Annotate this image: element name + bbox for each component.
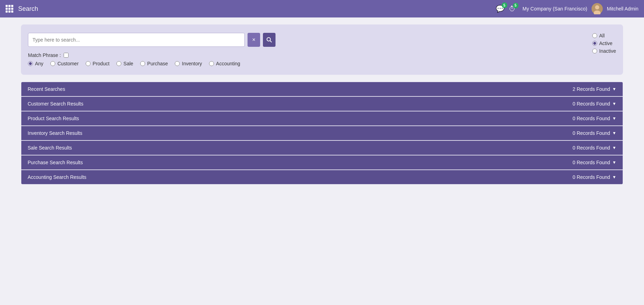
category-accounting[interactable]: Accounting	[209, 61, 240, 66]
messages-icon-wrapper[interactable]: 💬 5	[496, 5, 505, 13]
result-row-purchase[interactable]: Purchase Search Results 0 Records Found …	[21, 155, 623, 170]
result-count-recent: 2 Records Found ▼	[573, 86, 616, 92]
result-row-accounting[interactable]: Accounting Search Results 0 Records Foun…	[21, 170, 623, 184]
chevron-accounting: ▼	[612, 175, 616, 180]
results-section: Recent Searches 2 Records Found ▼ Custom…	[21, 82, 623, 184]
category-product[interactable]: Product	[86, 61, 109, 66]
category-sale-radio[interactable]	[116, 61, 121, 66]
status-inactive-radio[interactable]	[592, 49, 597, 53]
category-accounting-radio[interactable]	[209, 61, 214, 66]
alerts-icon-wrapper[interactable]: ⏱ 5	[509, 5, 516, 13]
category-accounting-label: Accounting	[216, 61, 240, 66]
chevron-sale: ▼	[612, 145, 616, 150]
category-any-label: Any	[35, 61, 43, 66]
search-row: ×	[28, 33, 568, 47]
result-label-purchase: Purchase Search Results	[28, 160, 83, 165]
result-row-product[interactable]: Product Search Results 0 Records Found ▼	[21, 111, 623, 126]
chevron-customer: ▼	[612, 101, 616, 106]
result-count-inventory: 0 Records Found ▼	[573, 130, 616, 136]
result-count-customer: 0 Records Found ▼	[573, 101, 616, 107]
category-inventory-radio[interactable]	[175, 61, 180, 66]
status-inactive-label: Inactive	[599, 48, 616, 54]
chevron-inventory: ▼	[612, 131, 616, 136]
result-label-product: Product Search Results	[28, 116, 79, 121]
status-active[interactable]: Active	[592, 41, 616, 46]
result-count-accounting: 0 Records Found ▼	[573, 174, 616, 180]
category-purchase[interactable]: Purchase	[140, 61, 168, 66]
match-phrase-checkbox[interactable]	[64, 53, 69, 58]
category-sale[interactable]: Sale	[116, 61, 133, 66]
result-count-purchase: 0 Records Found ▼	[573, 160, 616, 165]
main-content: × Match Phrase : Any	[0, 17, 644, 191]
avatar[interactable]	[592, 3, 603, 14]
category-sale-label: Sale	[123, 61, 133, 66]
alerts-badge: 5	[513, 3, 518, 8]
navbar: Search 💬 5 ⏱ 5 My Company (San Francisco…	[0, 0, 644, 17]
status-active-label: Active	[599, 41, 613, 46]
result-label-inventory: Inventory Search Results	[28, 130, 82, 136]
match-phrase-label: Match Phrase :	[28, 52, 61, 58]
clear-button[interactable]: ×	[248, 33, 260, 47]
result-label-customer: Customer Search Results	[28, 101, 84, 107]
chevron-purchase: ▼	[612, 160, 616, 165]
category-any[interactable]: Any	[28, 61, 43, 66]
category-customer-radio[interactable]	[50, 61, 55, 66]
match-phrase-row: Match Phrase :	[28, 52, 568, 58]
search-left: × Match Phrase : Any	[28, 33, 568, 66]
result-row-recent[interactable]: Recent Searches 2 Records Found ▼	[21, 82, 623, 97]
category-inventory[interactable]: Inventory	[175, 61, 202, 66]
result-row-inventory[interactable]: Inventory Search Results 0 Records Found…	[21, 126, 623, 141]
status-active-radio[interactable]	[592, 41, 597, 46]
company-name: My Company (San Francisco)	[523, 6, 587, 12]
result-label-sale: Sale Search Results	[28, 145, 72, 151]
result-label-accounting: Accounting Search Results	[28, 174, 86, 180]
result-count-sale: 0 Records Found ▼	[573, 145, 616, 151]
category-any-radio[interactable]	[28, 61, 33, 66]
svg-line-4	[270, 41, 272, 43]
result-row-sale[interactable]: Sale Search Results 0 Records Found ▼	[21, 141, 623, 155]
category-inventory-label: Inventory	[182, 61, 202, 66]
status-all-label: All	[599, 33, 605, 38]
search-button[interactable]	[263, 33, 276, 47]
category-product-radio[interactable]	[86, 61, 91, 66]
search-and-filter: × Match Phrase : Any	[28, 33, 616, 66]
admin-name: Mitchell Admin	[607, 6, 638, 12]
search-input[interactable]	[28, 33, 245, 47]
category-purchase-radio[interactable]	[140, 61, 145, 66]
apps-icon[interactable]	[6, 5, 13, 13]
status-filter: All Active Inactive	[592, 33, 616, 54]
category-customer-label: Customer	[57, 61, 79, 66]
category-customer[interactable]: Customer	[50, 61, 79, 66]
svg-point-3	[267, 38, 271, 41]
search-panel: × Match Phrase : Any	[21, 24, 623, 75]
chevron-recent: ▼	[612, 87, 616, 92]
category-purchase-label: Purchase	[147, 61, 168, 66]
page-title: Search	[18, 5, 496, 13]
result-row-customer[interactable]: Customer Search Results 0 Records Found …	[21, 97, 623, 111]
svg-point-1	[595, 5, 599, 9]
messages-badge: 5	[502, 2, 507, 8]
result-count-product: 0 Records Found ▼	[573, 116, 616, 121]
status-all[interactable]: All	[592, 33, 616, 38]
category-product-label: Product	[93, 61, 109, 66]
category-row: Any Customer Product Sale	[28, 61, 568, 66]
status-all-radio[interactable]	[592, 33, 597, 38]
chevron-product: ▼	[612, 116, 616, 121]
result-label-recent: Recent Searches	[28, 86, 65, 92]
status-inactive[interactable]: Inactive	[592, 48, 616, 54]
navbar-right: 💬 5 ⏱ 5 My Company (San Francisco) Mitch…	[496, 3, 638, 14]
